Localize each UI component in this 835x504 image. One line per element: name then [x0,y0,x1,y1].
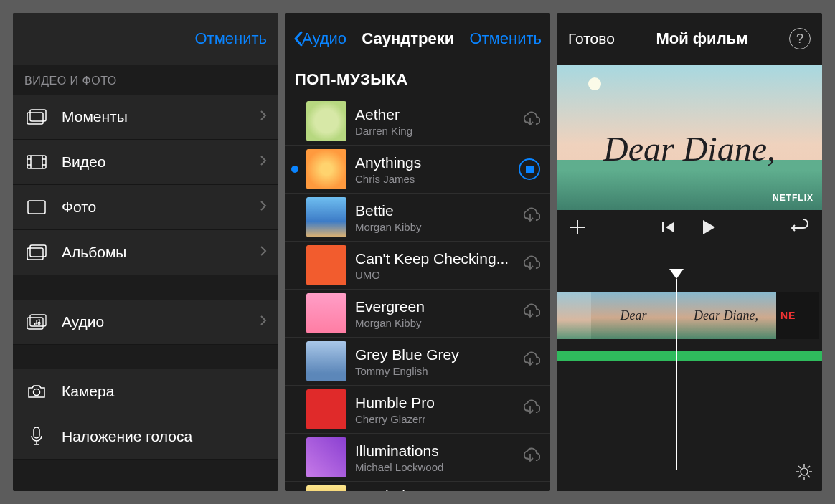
download-icon[interactable] [520,303,540,323]
album-art [306,101,346,141]
track-row[interactable]: Can't Keep Checking... UMO [285,242,550,290]
camera-icon [24,384,49,399]
row-label: Наложение голоса [62,428,267,445]
track-row[interactable]: Grey Blue Grey Tommy English [285,338,550,386]
chevron-right-icon [260,110,267,125]
track-artist: Tommy English [355,365,511,377]
svg-point-14 [35,323,37,325]
track-name: Interludes [355,488,540,492]
download-icon[interactable] [520,399,540,419]
track-row[interactable]: Evergreen Morgan Kibby [285,290,550,338]
editor-pane: Готово Мой фильм ? Dear Diane, NETFLIX [557,13,822,491]
audio-track[interactable] [557,351,822,361]
svg-rect-2 [27,156,46,168]
row-moments[interactable]: Моменты [13,95,278,140]
track-row[interactable]: Aether Darren King [285,98,550,146]
clip-track[interactable]: Dear Dear Diane, NE [557,292,822,339]
done-button[interactable]: Готово [568,30,615,47]
cancel-button[interactable]: Отменить [194,29,267,48]
track-row[interactable]: Illuminations Michael Lockwood [285,434,550,482]
section-header-video-photo: ВИДЕО И ФОТО [13,65,278,95]
svg-point-16 [34,389,40,396]
track-artist: Cherry Glazerr [355,413,511,425]
row-label: Аудио [62,313,247,331]
page-title: Саундтреки [362,29,454,48]
row-albums[interactable]: Альбомы [13,230,278,275]
help-button[interactable]: ? [789,28,811,49]
brand-watermark: NETFLIX [773,193,813,203]
clip[interactable]: NE [776,292,819,339]
album-art [306,197,346,237]
row-label: Моменты [62,108,247,125]
track-artist: UMO [355,269,511,281]
row-label: Камера [62,383,267,400]
svg-rect-17 [34,427,39,438]
row-voiceover[interactable]: Наложение голоса [13,414,278,460]
chevron-right-icon [260,155,267,170]
track-name: Aether [355,106,511,123]
album-art [306,389,346,429]
topbar: Готово Мой фильм ? [557,13,822,65]
download-icon[interactable] [520,351,540,371]
svg-rect-9 [28,201,45,214]
track-row[interactable]: Anythings Chris James [285,146,550,194]
audio-icon [24,313,49,331]
track-name: Can't Keep Checking... [355,250,511,267]
video-icon [24,155,49,169]
settings-button[interactable] [795,462,813,484]
track-artist: Chris James [355,173,510,185]
preview-area[interactable]: Dear Diane, NETFLIX [557,65,822,210]
track-name: Anythings [355,154,510,171]
clip[interactable] [557,292,591,339]
track-name: Humble Pro [355,394,511,412]
chevron-right-icon [260,200,267,215]
clip[interactable]: Dear Diane, [676,292,776,339]
download-icon[interactable] [520,255,540,275]
album-art [306,293,346,333]
project-title: Мой фильм [656,29,747,48]
album-art [306,245,346,285]
album-art [306,485,346,492]
track-row[interactable]: Humble Pro Cherry Glazerr [285,386,550,434]
stop-button[interactable] [519,158,540,180]
albums-icon [24,244,49,261]
timeline[interactable]: Dear Dear Diane, NE [557,244,822,491]
track-name: Evergreen [355,298,511,315]
track-row[interactable]: Interludes [285,482,550,491]
soundtracks-pane: Аудио Саундтреки Отменить ПОП-МУЗЫКА Aet… [285,13,550,491]
track-name: Grey Blue Grey [355,346,511,363]
track-name: Illuminations [355,442,511,460]
topbar: Аудио Саундтреки Отменить [285,13,550,65]
track-artist: Darren King [355,125,511,137]
playhead[interactable] [676,279,677,470]
chevron-right-icon [260,245,267,260]
download-icon[interactable] [520,447,540,467]
album-art [306,341,346,381]
track-artist: Morgan Kibby [355,317,511,329]
back-label: Аудио [302,29,346,48]
cancel-button[interactable]: Отменить [469,29,542,48]
row-label: Фото [62,199,247,216]
photo-icon [24,200,49,214]
prev-button[interactable] [661,220,675,234]
row-camera[interactable]: Камера [13,369,278,414]
play-button[interactable] [701,219,717,236]
row-audio[interactable]: Аудио [13,300,278,345]
genre-header: ПОП-МУЗЫКА [285,65,550,98]
track-name: Bettie [355,202,511,219]
playback-toolbar [557,210,822,244]
clip[interactable]: Dear [591,292,676,339]
row-photo[interactable]: Фото [13,185,278,230]
svg-point-19 [801,468,808,475]
add-button[interactable] [568,218,587,237]
track-row[interactable]: Bettie Morgan Kibby [285,194,550,242]
track-artist: Morgan Kibby [355,221,511,233]
download-icon[interactable] [520,111,540,131]
album-art [306,149,346,189]
download-icon[interactable] [520,207,540,227]
row-label: Альбомы [62,244,247,261]
back-button[interactable]: Аудио [293,29,346,48]
row-video[interactable]: Видео [13,140,278,185]
undo-button[interactable] [791,219,811,235]
topbar: Отменить [13,13,278,65]
